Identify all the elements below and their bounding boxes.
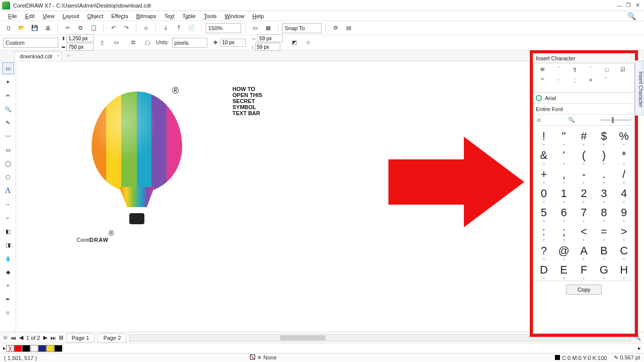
glyph-zoom-slider[interactable] [601,119,631,121]
ellipse-tool[interactable]: ◯ [2,157,14,169]
swatch-white[interactable] [30,345,38,352]
swatch-black-2[interactable] [54,345,62,352]
new-doc-button[interactable]: 🗋 [3,23,14,34]
first-page-button[interactable]: ⏮ [11,335,16,341]
last-page-button[interactable]: ⏭ [50,335,56,341]
connector-tool[interactable]: ⌐ [2,212,14,224]
glyph-cell[interactable]: 1 [554,184,574,203]
pick-tool[interactable]: ▭ [2,62,14,74]
page-tab-2[interactable]: Page 2 [98,333,126,342]
glyph-cell[interactable]: / [614,165,634,184]
menu-tools[interactable]: Tools [200,12,221,20]
glyph-zoom-icon[interactable]: 🔍 [568,117,575,123]
quick-customize-button[interactable]: ⊕ [2,307,14,319]
tab-close-icon[interactable]: × [57,53,59,58]
glyph-cell[interactable]: + [534,165,554,184]
glyph-cell[interactable]: ! [534,127,554,146]
glyph-cell[interactable]: % [614,127,634,146]
glyph-cell[interactable]: > [614,222,634,241]
nudge-input[interactable] [220,39,246,47]
add-preset-button[interactable]: ⊕ [303,37,314,48]
glyph-cell[interactable]: & [534,146,554,165]
menu-bitmaps[interactable]: Bitmaps [132,12,160,20]
menu-object[interactable]: Object [83,12,107,20]
current-page-button[interactable]: ▢ [142,37,153,48]
page-preset-combo[interactable]: Custom▼ [3,38,58,48]
maximize-button[interactable]: ❐ [624,2,633,9]
swatch-none[interactable]: ╳ [6,345,14,352]
transparency-tool[interactable]: ◨ [2,239,14,251]
cut-button[interactable]: ✂ [62,23,73,34]
glyph-cell[interactable]: ? [534,241,554,260]
glyph-cell[interactable]: 8 [594,203,614,222]
menu-text[interactable]: Text [160,12,178,20]
next-page-button[interactable]: ▶ [43,334,47,341]
glyph-cell[interactable]: G [594,260,614,280]
menu-effects[interactable]: Effects [107,12,132,20]
glyph-cell[interactable]: : [534,222,554,241]
treat-as-filled-button[interactable]: ◩ [289,37,300,48]
glyph-cell[interactable]: $ [594,127,614,146]
copy-button[interactable]: Copy [566,285,602,295]
swatch-navy[interactable] [38,345,46,352]
menu-help[interactable]: Help [249,12,268,20]
menu-table[interactable]: Table [179,12,200,20]
glyph-cell[interactable]: = [594,222,614,241]
text-tool[interactable]: A [2,185,14,197]
zoom-combo[interactable]: 150%▼ [206,23,241,33]
page-width-input[interactable] [66,34,94,42]
menu-edit[interactable]: Edit [21,12,39,20]
app-launcher-button[interactable]: ▤ [343,23,354,34]
new-tab-button[interactable]: ＋ [62,50,75,61]
char-filter[interactable]: Entire Font [533,104,635,115]
glyph-cell[interactable]: 5 [534,203,554,222]
glyph-cell[interactable]: 3 [594,184,614,203]
units-combo[interactable]: pixels▼ [172,38,207,48]
smart-fill-tool[interactable]: ✧ [2,280,14,292]
duplicate-y-input[interactable] [255,43,280,51]
glyph-cell[interactable]: ) [594,146,614,165]
export-button[interactable]: ⤒ [173,23,184,34]
add-page-button[interactable]: ⊕ [3,334,8,341]
close-button[interactable]: ✕ [633,2,642,9]
menu-file[interactable]: File [4,12,21,20]
import-button[interactable]: ⤓ [160,23,171,34]
outline-tool[interactable]: ✒ [2,293,14,305]
crop-tool[interactable]: ✂ [2,89,14,102]
glyph-cell[interactable]: ' [554,146,574,165]
glyph-cell[interactable]: 4 [614,184,634,203]
document-tab[interactable]: download.cdr × [14,51,62,61]
search-content-button[interactable]: 🞜 [140,23,151,34]
glyph-cell[interactable]: , [554,165,574,184]
landscape-button[interactable]: ▭ [111,37,122,48]
fullscreen-button[interactable]: ▭ [250,23,261,34]
glyph-cell[interactable]: " [554,127,574,146]
redo-button[interactable]: ↷ [121,23,132,34]
glyph-cell[interactable]: @ [554,241,574,260]
parallel-dim-tool[interactable]: ↔ [2,198,14,210]
page-tab-1[interactable]: Page 1 [66,333,95,342]
glyph-cell[interactable]: 0 [534,184,554,203]
glyph-cell[interactable]: < [574,222,594,241]
save-button[interactable]: 💾 [29,23,40,34]
glyph-cell[interactable]: F [574,260,594,280]
snap-combo[interactable]: Snap To▼ [282,23,321,33]
glyph-cell[interactable]: 7 [574,203,594,222]
menu-window[interactable]: Window [221,12,249,20]
prev-page-button[interactable]: ◀ [19,334,23,341]
glyph-cell[interactable]: H [614,260,634,280]
docker-title[interactable]: Insert Character [533,53,635,63]
glyph-cell[interactable]: C [614,241,634,260]
palette-next[interactable]: ▸ [638,345,641,351]
open-button[interactable]: 📂 [16,23,27,34]
drop-shadow-tool[interactable]: ◧ [2,225,14,237]
glyph-search-icon[interactable]: a⁝ [537,117,542,123]
glyph-cell[interactable]: ( [574,146,594,165]
menu-view[interactable]: View [39,12,59,20]
glyph-cell[interactable]: * [614,146,634,165]
swatch-red[interactable] [14,345,22,352]
glyph-cell[interactable]: . [594,165,614,184]
font-selector[interactable]: Arial [533,93,635,104]
glyph-cell[interactable]: E [554,260,574,280]
add-page-after-button[interactable]: ⊞ [59,334,63,341]
